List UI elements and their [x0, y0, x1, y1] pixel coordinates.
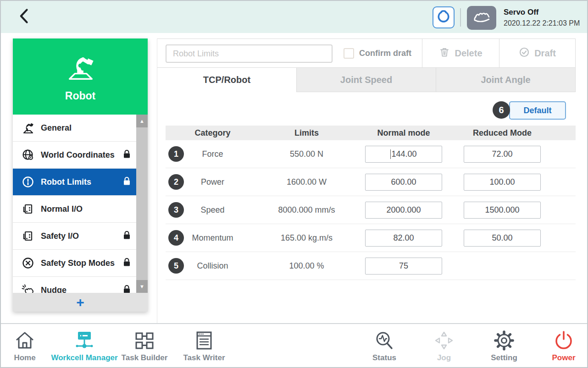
limit-cell: 1600.00 W [260, 177, 354, 187]
nav-label: Task Writer [183, 353, 225, 363]
sidebar-item-label: Safety I/O [41, 231, 79, 241]
sidebar-item-safety-io[interactable]: Safety I/O [13, 223, 148, 250]
workcell-sidebar: Robot General [13, 38, 148, 312]
plus-icon: + [76, 296, 84, 309]
back-chevron-icon [16, 7, 34, 27]
workcell-manager-icon [73, 329, 95, 352]
sidebar-title: Robot [65, 90, 95, 102]
limits-name-input[interactable] [166, 44, 333, 63]
sidebar-scrollbar[interactable]: ▲ ▼ [136, 115, 148, 293]
limit-cell: 100.00 % [260, 261, 354, 271]
lock-icon [122, 176, 131, 188]
home-icon [14, 329, 36, 352]
nav-label: Home [14, 353, 35, 363]
nav-label: Setting [491, 353, 517, 363]
default-button[interactable]: Default [509, 101, 566, 120]
robot-limits-icon [21, 176, 35, 188]
force-normal-input[interactable]: 144.00 [365, 146, 442, 163]
add-workcell-item-button[interactable]: + [13, 293, 148, 312]
col-header-category: Category [166, 128, 260, 138]
tab-joint-angle[interactable]: Joint Angle [436, 68, 576, 92]
speed-reduced-input[interactable]: 1500.000 [464, 202, 541, 219]
draft-button-label: Draft [534, 48, 556, 59]
sidebar-item-general[interactable]: General [13, 115, 148, 142]
force-reduced-input[interactable]: 72.00 [464, 146, 541, 163]
scroll-up-icon[interactable]: ▲ [136, 115, 148, 127]
sidebar-item-normal-io[interactable]: Normal I/O [13, 196, 148, 223]
task-writer-icon [193, 329, 215, 352]
power-normal-input[interactable]: 600.00 [365, 174, 442, 191]
sidebar-item-label: Safety Stop Modes [41, 258, 115, 268]
table-row-force: 1 Force 550.00 N 144.00 72.00 [166, 140, 576, 168]
tab-label: Joint Speed [340, 75, 392, 85]
sidebar-header-robot[interactable]: Robot [13, 38, 148, 115]
sidebar-item-label: Normal I/O [41, 204, 83, 214]
bottom-nav: Home Workcell Manager [1, 323, 588, 368]
draft-button[interactable]: Draft [499, 39, 575, 67]
power-reduced-input[interactable]: 100.00 [464, 174, 541, 191]
sidebar-item-robot-limits[interactable]: Robot Limits [13, 169, 148, 196]
robot-general-icon [21, 121, 35, 134]
gripper-button[interactable] [433, 6, 455, 28]
delete-button[interactable]: Delete [422, 39, 499, 67]
limit-cell: 550.00 N [260, 149, 354, 159]
sidebar-item-label: General [41, 123, 72, 133]
panel-toolbar: Confirm draft Delete [157, 38, 576, 68]
lock-icon [122, 231, 131, 242]
tab-label: Joint Angle [481, 75, 530, 85]
nav-task-writer[interactable]: Task Writer [165, 329, 243, 367]
sidebar-item-safety-stop-modes[interactable]: Safety Stop Modes [13, 250, 148, 277]
confirm-draft-checkbox[interactable] [344, 48, 354, 59]
col-header-normal-mode: Normal mode [354, 128, 454, 138]
gear-icon [493, 329, 515, 352]
limits-tabs: TCP/Robot Joint Speed Joint Angle [157, 68, 576, 92]
app-screen: Servo Off 2020.12.22 2:21:03 PM Robot [0, 0, 588, 368]
servo-status-text: Servo Off [504, 8, 580, 17]
gripper-icon [436, 9, 451, 26]
confirm-draft-label: Confirm draft [359, 49, 411, 58]
default-button-label: Default [523, 106, 551, 115]
hand-icon [472, 9, 492, 27]
nav-label: Status [372, 353, 396, 363]
tab-tcp-robot[interactable]: TCP/Robot [157, 68, 297, 92]
globe-icon [21, 148, 35, 161]
sidebar-menu: General World Coordinates [13, 115, 148, 312]
io-icon [21, 203, 35, 215]
top-bar: Servo Off 2020.12.22 2:21:03 PM [1, 1, 587, 33]
tab-joint-speed[interactable]: Joint Speed [297, 68, 436, 92]
collision-normal-input[interactable]: 75 [365, 258, 442, 275]
limits-table: Category Limits Normal mode Reduced Mode… [166, 126, 576, 280]
nav-power[interactable]: Power [525, 329, 588, 367]
delete-button-label: Delete [455, 48, 482, 59]
io-icon [21, 230, 35, 242]
sidebar-item-label: Robot Limits [41, 177, 91, 187]
sidebar-item-label: World Coordinates [41, 150, 115, 160]
jog-dpad-icon [433, 329, 455, 352]
nav-label: Jog [437, 353, 451, 363]
topbar-divider [460, 8, 461, 27]
robot-limits-panel: Confirm draft Delete [157, 38, 575, 323]
sidebar-item-world-coordinates[interactable]: World Coordinates [13, 142, 148, 169]
check-circle-icon [519, 47, 530, 60]
power-icon [553, 329, 575, 352]
table-row-speed: 3 Speed 8000.000 mm/s 2000.000 1500.000 [166, 196, 576, 224]
table-row-collision: 5 Collision 100.00 % 75 [166, 252, 576, 280]
speed-normal-input[interactable]: 2000.000 [365, 202, 442, 219]
limit-cell: 165.00 kg.m/s [260, 233, 354, 243]
scroll-down-icon[interactable]: ▼ [136, 280, 148, 293]
datetime-text: 2020.12.22 2:21:03 PM [504, 19, 580, 27]
hand-guide-tile[interactable] [467, 6, 496, 30]
momentum-reduced-input[interactable]: 50.00 [464, 230, 541, 247]
task-builder-icon [133, 329, 155, 352]
back-button[interactable] [15, 7, 35, 27]
table-row-power: 2 Power 1600.00 W 600.00 100.00 [166, 168, 576, 196]
robot-arm-icon [62, 51, 98, 85]
callout-badge-1: 1 [168, 146, 184, 162]
nav-label: Power [552, 353, 575, 363]
table-header-row: Category Limits Normal mode Reduced Mode [166, 126, 576, 140]
tab-label: TCP/Robot [203, 75, 250, 85]
momentum-normal-input[interactable]: 82.00 [365, 230, 442, 247]
callout-badge-4: 4 [168, 230, 184, 246]
text-caret [390, 149, 391, 159]
col-header-reduced-mode: Reduced Mode [454, 128, 551, 138]
